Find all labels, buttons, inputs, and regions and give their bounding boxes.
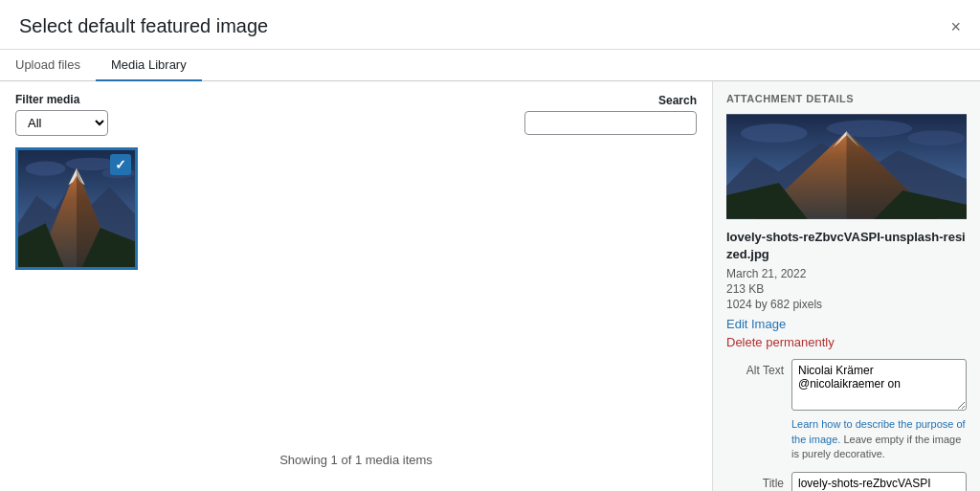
media-item-check: ✓ [110, 154, 131, 175]
title-label: Title [726, 472, 784, 490]
attachment-details-title: ATTACHMENT DETAILS [726, 93, 967, 104]
media-count: Showing 1 of 1 media items [15, 343, 697, 491]
title-input[interactable] [791, 472, 967, 491]
filter-section: Filter media All Images Audio Video [15, 93, 108, 136]
attachment-filename: lovely-shots-reZbvcVASPI-unsplash-resize… [726, 229, 967, 263]
svg-point-1 [26, 161, 66, 175]
search-section: Search [524, 94, 697, 135]
title-input-wrap [791, 472, 967, 491]
media-item[interactable]: ✓ [15, 147, 138, 270]
attachment-thumb-image [726, 114, 967, 219]
close-button[interactable]: × [950, 18, 961, 35]
tab-upload[interactable]: Upload files [0, 50, 96, 81]
modal-body: Filter media All Images Audio Video Sear… [0, 81, 980, 491]
tab-media-library[interactable]: Media Library [96, 50, 202, 81]
filter-select[interactable]: All Images Audio Video [15, 110, 108, 136]
alt-text-label: Alt Text [726, 359, 784, 377]
filter-label: Filter media [15, 93, 108, 106]
modal-title: Select default featured image [19, 15, 268, 37]
alt-text-row: Alt Text Learn how to describe the purpo… [726, 359, 967, 461]
alt-text-input-wrap: Learn how to describe the purpose of the… [791, 359, 967, 461]
alt-text-help: Learn how to describe the purpose of the… [791, 417, 967, 461]
svg-point-12 [827, 120, 913, 137]
svg-point-2 [66, 158, 117, 170]
media-count-text: Showing 1 of 1 media items [279, 453, 433, 467]
title-row: Title [726, 472, 967, 491]
sidebar-panel: ATTACHMENT DETAILS [712, 81, 980, 491]
search-input[interactable] [524, 111, 697, 135]
search-label: Search [658, 94, 697, 107]
tabs-bar: Upload files Media Library [0, 50, 980, 81]
media-toolbar: Filter media All Images Audio Video Sear… [15, 93, 697, 136]
attachment-thumbnail [726, 114, 967, 219]
alt-text-input[interactable] [791, 359, 967, 411]
modal-container: Select default featured image × Upload f… [0, 0, 980, 491]
svg-point-13 [907, 130, 965, 145]
delete-permanently-link[interactable]: Delete permanently [726, 335, 967, 349]
media-grid: ✓ [15, 147, 697, 343]
modal-header: Select default featured image × [0, 0, 980, 50]
svg-point-11 [741, 123, 808, 143]
attachment-dimensions: 1024 by 682 pixels [726, 298, 967, 311]
attachment-date: March 21, 2022 [726, 267, 967, 280]
attachment-size: 213 KB [726, 282, 967, 296]
media-main: Filter media All Images Audio Video Sear… [0, 81, 712, 491]
edit-image-link[interactable]: Edit Image [726, 317, 967, 331]
